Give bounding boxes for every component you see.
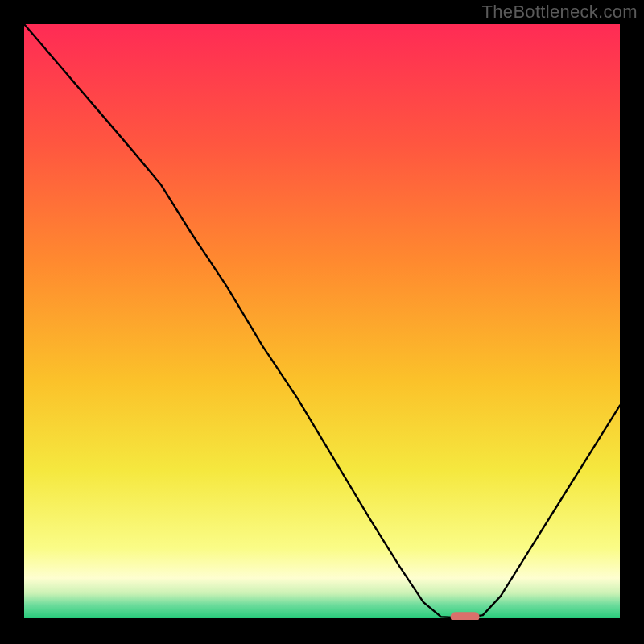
watermark-text: TheBottleneck.com (482, 2, 638, 23)
chart-frame: TheBottleneck.com (0, 0, 644, 644)
chart-svg (24, 24, 620, 620)
optimal-point-marker (451, 612, 480, 620)
gradient-background (24, 24, 620, 620)
bottleneck-chart (24, 24, 620, 620)
